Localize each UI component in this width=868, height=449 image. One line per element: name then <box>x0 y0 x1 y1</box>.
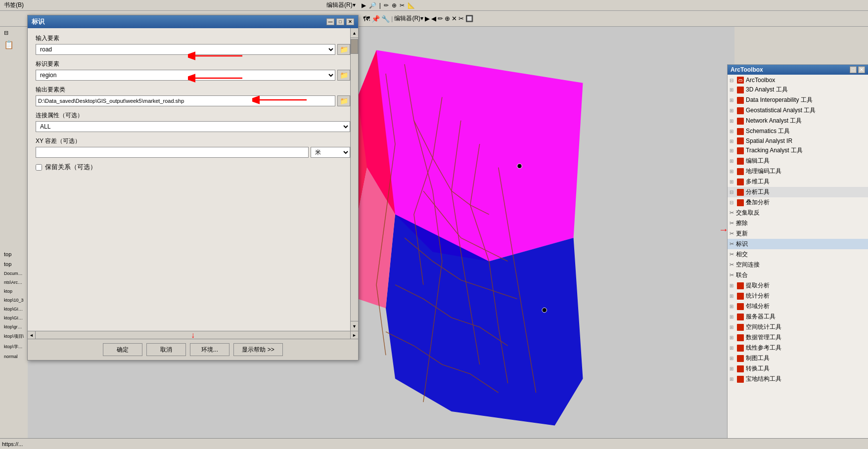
output-elements-browse-btn[interactable]: 📁 <box>337 95 350 106</box>
toolbox-network[interactable]: ⊞ Network Analyst 工具 <box>728 116 868 126</box>
toolbox-stats[interactable]: ⊞ 统计分析 <box>728 291 868 301</box>
toolbox-root[interactable]: ⊟ 🗃 ArcToolbox <box>728 76 868 85</box>
toolbox-edit[interactable]: ⊞ 编辑工具 <box>728 156 868 166</box>
catalog-item-1[interactable]: top <box>1 249 27 259</box>
join-attributes-label: 连接属性（可选） <box>36 111 350 120</box>
toolbox-update[interactable]: ✂ 更新 <box>728 228 868 239</box>
hscrollbar-right-btn[interactable]: ► <box>350 331 358 339</box>
toolbar-icon-3[interactable]: 🔧 <box>381 15 390 23</box>
output-elements-input[interactable] <box>36 95 335 106</box>
scrollbar-thumb[interactable] <box>351 39 358 54</box>
toolbox-identity[interactable]: ✂ 标识 <box>728 239 868 249</box>
toolbox-linear-ref[interactable]: ⊞ 线性参考工具 <box>728 343 868 353</box>
xy-tolerance-row: 米 <box>36 147 350 158</box>
dialog-maximize-btn[interactable]: □ <box>336 18 344 25</box>
catalog-item-12[interactable]: normal <box>1 352 27 360</box>
toolbar-icon-10[interactable]: 🔲 <box>465 15 473 22</box>
toolbox-server[interactable]: ⊞ 服务器工具 <box>728 312 868 322</box>
toolbox-3d-analyst[interactable]: ⊞ 3D Analyst 工具 <box>728 85 868 95</box>
catalog-item-6[interactable]: ktop\10_3 <box>1 296 27 305</box>
arctoolbox-panel: ArcToolbox □ ✕ ⊟ 🗃 ArcToolbox ⊞ 3D Analy… <box>727 64 868 449</box>
editor-label[interactable]: 编辑器(R)▾ <box>394 14 423 23</box>
help-button[interactable]: 显示帮助 >> <box>233 343 283 356</box>
schematics-label: Schematics 工具 <box>746 127 790 135</box>
menu-bookmarks[interactable]: 书签(B) <box>4 1 24 9</box>
raster-expand-icon: ⊞ <box>730 376 735 382</box>
overlay-icon <box>737 199 744 206</box>
extract-expand-icon: ⊞ <box>730 283 735 288</box>
toolbox-schematics[interactable]: ⊞ Schematics 工具 <box>728 126 868 136</box>
toolbox-raster[interactable]: ⊞ 宝地结构工具 <box>728 374 868 384</box>
identity-elements-browse-btn[interactable]: 📁 <box>337 70 350 81</box>
input-elements-browse-btn[interactable]: 📁 <box>337 44 350 55</box>
dialog-vscrollbar[interactable]: ▲ ▼ <box>350 28 358 331</box>
identity-elements-label: 标识要素 <box>36 60 350 68</box>
toolbar-icon-1[interactable]: 🗺 <box>363 15 370 23</box>
toolbox-intersect-cancel[interactable]: ✂ 交集取反 <box>728 208 868 218</box>
toolbar-icon-7[interactable]: ⊕ <box>445 15 450 22</box>
left-panel-btn1[interactable]: 📋 <box>1 38 27 51</box>
dialog-minimize-btn[interactable]: — <box>326 18 334 25</box>
catalog-item-5[interactable]: ktop <box>1 287 27 296</box>
scrollbar-down-btn[interactable]: ▼ <box>351 321 358 331</box>
geocoding-label: 地理编码工具 <box>746 167 781 176</box>
toolbox-multidim[interactable]: ⊞ 多维工具 <box>728 177 868 187</box>
ok-button[interactable]: 确定 <box>103 343 142 356</box>
catalog-item-11[interactable]: ktop\学习S <box>1 342 27 352</box>
arctoolbox-close[interactable]: ✕ <box>858 66 865 73</box>
catalog-item-10[interactable]: ktop\项目\ <box>1 331 27 342</box>
catalog-item-8[interactable]: ktop\GIS_o <box>1 314 27 322</box>
edit-icon <box>737 158 744 165</box>
arctoolbox-titlebar: ArcToolbox □ ✕ <box>728 65 868 75</box>
toolbox-erase[interactable]: ✂ 擦除 <box>728 218 868 228</box>
toolbar-icon-5[interactable]: ◀ <box>431 15 436 22</box>
input-elements-row: road 📁 <box>36 44 350 55</box>
catalog-item-4[interactable]: nts\ArcGIS <box>1 278 27 287</box>
catalog-item-2[interactable]: top <box>1 259 27 269</box>
xy-tolerance-unit-select[interactable]: 米 <box>311 147 350 158</box>
join-attributes-select[interactable]: ALL <box>36 121 350 132</box>
toolbox-extract[interactable]: ⊞ 提取分析 <box>728 280 868 291</box>
toolbox-data-interop[interactable]: ⊞ Data Interoperability 工具 <box>728 95 868 105</box>
3d-expand-icon: ⊞ <box>730 87 735 92</box>
xy-tolerance-input[interactable] <box>36 147 309 158</box>
toolbox-union[interactable]: ✂ 联合 <box>728 270 868 280</box>
carto-icon <box>737 355 744 362</box>
identity-elements-select[interactable]: region <box>36 70 335 81</box>
hscrollbar-left-btn[interactable]: ◄ <box>28 331 36 339</box>
env-button[interactable]: 环境... <box>190 343 229 356</box>
toolbox-tracking[interactable]: ⊞ Tracking Analyst 工具 <box>728 145 868 156</box>
toolbox-geostatistical[interactable]: ⊞ Geostatistical Analyst 工具 <box>728 105 868 116</box>
toolbox-cartography[interactable]: ⊞ 制图工具 <box>728 353 868 363</box>
catalog-item-9[interactable]: ktop\gradu <box>1 322 27 331</box>
toolbox-intersect[interactable]: ✂ 相交 <box>728 249 868 260</box>
toolbox-data-mgmt[interactable]: ⊞ 数据管理工具 <box>728 332 868 343</box>
toolbox-transform[interactable]: ⊞ 转换工具 <box>728 363 868 374</box>
input-elements-select[interactable]: road <box>36 44 335 55</box>
toolbar-icon-4[interactable]: ▶ <box>425 15 430 22</box>
keep-relationship-checkbox[interactable] <box>36 164 42 171</box>
toolbox-spatial-stats[interactable]: ⊞ 空间统计工具 <box>728 322 868 332</box>
catalog-item-7[interactable]: ktop\GIS_o <box>1 305 27 314</box>
toolbox-analysis[interactable]: ⊟ 分析工具 <box>728 187 868 197</box>
dialog-close-btn[interactable]: ✕ <box>346 18 354 25</box>
toolbar-icon-6[interactable]: ✏ <box>438 15 443 22</box>
menu-editor[interactable]: 编辑器(R)▾ <box>326 1 356 9</box>
scrollbar-up-btn[interactable]: ▲ <box>351 28 358 38</box>
toolbox-spatial-analyst[interactable]: ⊞ Spatial Analyst IR <box>728 136 868 145</box>
tool-icon-4: ✂ <box>730 241 734 247</box>
arctoolbox-content[interactable]: ⊟ 🗃 ArcToolbox ⊞ 3D Analyst 工具 ⊞ Data In… <box>728 75 868 446</box>
dialog-hscrollbar[interactable]: ◄ ↓ ► <box>28 331 358 339</box>
toolbox-spatial-join[interactable]: ✂ 空间连接 <box>728 260 868 270</box>
catalog-item-3[interactable]: Documents\A <box>1 269 27 278</box>
toolbar-icon-9[interactable]: ✂ <box>458 15 464 22</box>
toolbar-tools: ▶ 🔎 | ✏ ⊕ ✂ 📐 <box>362 2 415 9</box>
toolbox-neighbor[interactable]: ⊞ 邻域分析 <box>728 301 868 312</box>
toolbox-geocoding[interactable]: ⊞ 地理编码工具 <box>728 166 868 177</box>
toolbox-overlay[interactable]: ⊟ 叠加分析 <box>728 197 868 208</box>
cancel-button[interactable]: 取消 <box>146 343 186 356</box>
toolbar-icon-8[interactable]: ✕ <box>452 15 457 22</box>
arctoolbox-minimize[interactable]: □ <box>850 66 857 73</box>
toolbar-icon-2[interactable]: 📌 <box>371 15 380 23</box>
left-panel-item[interactable]: ⊟ <box>1 28 27 38</box>
